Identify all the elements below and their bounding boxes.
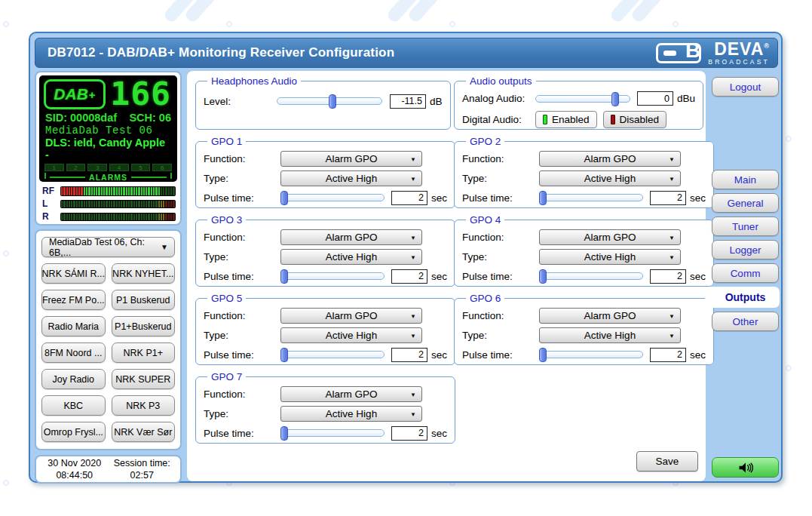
gpo-type-select[interactable]: Active High ▼ xyxy=(280,170,422,186)
chevron-down-icon: ▼ xyxy=(669,156,675,163)
alarm-indicator: 2 xyxy=(66,164,86,171)
chevron-down-icon: ▼ xyxy=(669,235,675,241)
gpo-pulse-time-slider-thumb[interactable] xyxy=(280,191,288,205)
gpo-function-select[interactable]: Alarm GPO ▼ xyxy=(539,151,681,167)
station-button[interactable]: Radio Maria xyxy=(41,316,106,336)
gpo-pulse-time-value[interactable] xyxy=(650,348,686,362)
headphones-level-value[interactable] xyxy=(390,94,426,109)
station-button[interactable]: NRK Vær Sør xyxy=(112,422,176,442)
analog-audio-slider-thumb[interactable] xyxy=(611,92,619,106)
listen-button[interactable] xyxy=(712,457,779,478)
station-button[interactable]: 8FM Noord ... xyxy=(41,342,106,363)
gpo-function-select[interactable]: Alarm GPO ▼ xyxy=(280,308,422,324)
gpo-pulse-time-slider[interactable] xyxy=(539,351,643,358)
station-button[interactable]: NRK SÁMI R... xyxy=(41,263,106,284)
digital-audio-disabled-button[interactable]: Disabled xyxy=(603,111,667,128)
headphones-level-slider-thumb[interactable] xyxy=(329,94,336,109)
station-button[interactable]: Joy Radio xyxy=(41,369,106,389)
gpo-pulse-time-value[interactable] xyxy=(650,269,686,284)
digital-audio-enabled-button[interactable]: Enabled xyxy=(535,111,597,128)
gpo-type-select[interactable]: Active High ▼ xyxy=(280,327,422,343)
station-button[interactable]: NRK NYHET... xyxy=(112,263,176,284)
rf-meter-label: RF xyxy=(42,186,60,196)
gpo-pulse-time-label: Pulse time: xyxy=(204,271,280,282)
gpo-pulse-time-value[interactable] xyxy=(391,348,427,362)
gpo-type-label: Type: xyxy=(204,330,280,341)
chevron-down-icon: ▼ xyxy=(410,313,416,320)
station-button[interactable]: Omrop Frysl... xyxy=(41,422,106,442)
gpo-function-select[interactable]: Alarm GPO ▼ xyxy=(280,229,422,245)
gpo-type-select[interactable]: Active High ▼ xyxy=(280,406,422,422)
sidebar-tab-other[interactable]: Other xyxy=(712,312,779,331)
station-button[interactable]: KBC xyxy=(41,395,106,416)
gpo-type-label: Type: xyxy=(462,251,539,263)
deva-logo: B DEVA® BROADCAST xyxy=(656,41,770,66)
gpo-pulse-time-label: Pulse time: xyxy=(204,428,280,439)
gpo-panel: GPO 2 Function: Alarm GPO ▼ Type: Active… xyxy=(454,136,714,208)
station-button[interactable]: Freez FM Po... xyxy=(41,290,106,310)
save-button[interactable]: Save xyxy=(636,451,698,471)
gpo-type-select[interactable]: Active High ▼ xyxy=(539,249,681,265)
alarms-label: ALARMS xyxy=(89,173,127,182)
left-meter-bar xyxy=(60,200,176,208)
gpo-pulse-time-slider[interactable] xyxy=(280,429,385,437)
sidebar-tab-main[interactable]: Main xyxy=(712,170,779,189)
gpo-pulse-time-slider-thumb[interactable] xyxy=(539,269,547,284)
alarm-indicator: 6 xyxy=(152,164,172,171)
gpo-pulse-time-value[interactable] xyxy=(391,269,427,284)
gpo-pulse-time-slider[interactable] xyxy=(280,194,385,201)
gpo-function-select[interactable]: Alarm GPO ▼ xyxy=(280,151,422,167)
gpo-pulse-time-unit: sec xyxy=(431,349,447,361)
sidebar-tab-logger[interactable]: Logger xyxy=(712,240,779,260)
logout-button[interactable]: Logout xyxy=(712,77,779,97)
station-button[interactable]: NRK P1+ xyxy=(112,342,176,363)
gpo-pulse-time-slider[interactable] xyxy=(539,272,643,280)
gpo-pulse-time-slider-thumb[interactable] xyxy=(539,191,547,205)
gpo-pulse-time-slider[interactable] xyxy=(280,272,385,280)
gpo-legend: GPO 3 xyxy=(207,214,246,226)
lcd-screen: DAB+ 166 SID: 00008daf SCH: 06 MediaDab … xyxy=(39,75,177,182)
station-button[interactable]: P1+Buskerud xyxy=(112,316,176,336)
gpo-function-select[interactable]: Alarm GPO ▼ xyxy=(280,386,422,402)
app-window: DB7012 - DAB/DAB+ Monitoring Receiver Co… xyxy=(29,32,783,483)
sidebar-tab-general[interactable]: General xyxy=(712,193,779,213)
gpo-function-select[interactable]: Alarm GPO ▼ xyxy=(539,308,681,324)
station-button[interactable]: NRK SUPER xyxy=(112,369,176,389)
gpo-panel: GPO 3 Function: Alarm GPO ▼ Type: Active… xyxy=(195,214,455,287)
gpo-pulse-time-slider[interactable] xyxy=(280,351,385,358)
gpo-pulse-time-slider-thumb[interactable] xyxy=(539,348,547,362)
gpo-pulse-time-slider-thumb[interactable] xyxy=(280,348,288,362)
headphones-level-slider[interactable] xyxy=(277,97,382,105)
right-meter-label: R xyxy=(42,211,60,222)
chevron-down-icon: ▼ xyxy=(410,156,416,163)
ensemble-select[interactable]: MediaDab Test 06, Ch: 6B,... ▼ xyxy=(41,237,175,257)
lcd-station-name: MediaDab Test 06 xyxy=(44,124,173,137)
gpo-type-label: Type: xyxy=(462,173,539,184)
gpo-function-label: Function: xyxy=(204,153,280,164)
gpo-panel: GPO 6 Function: Alarm GPO ▼ Type: Active… xyxy=(454,293,714,365)
gpo-pulse-time-slider-thumb[interactable] xyxy=(280,426,288,441)
sidebar-tab-tuner[interactable]: Tuner xyxy=(712,217,779,236)
gpo-type-select[interactable]: Active High ▼ xyxy=(280,249,422,265)
gpo-legend: GPO 5 xyxy=(207,293,246,304)
gpo-pulse-time-value[interactable] xyxy=(391,426,427,441)
gpo-pulse-time-value[interactable] xyxy=(650,191,686,205)
headphones-audio-legend: Headphones Audio xyxy=(207,75,301,87)
gpo-function-select[interactable]: Alarm GPO ▼ xyxy=(539,229,681,245)
station-button[interactable]: P1 Buskerud xyxy=(112,290,176,310)
headphones-level-unit: dB xyxy=(430,96,443,107)
sidebar-tab-comm[interactable]: Comm xyxy=(712,263,779,283)
analog-audio-value[interactable] xyxy=(637,91,673,106)
gpo-type-select[interactable]: Active High ▼ xyxy=(539,170,681,186)
gpo-pulse-time-slider[interactable] xyxy=(539,194,643,201)
gpo-type-label: Type: xyxy=(462,330,539,341)
analog-audio-slider[interactable] xyxy=(535,95,630,103)
dls-label: DLS: xyxy=(45,137,71,149)
gpo-pulse-time-value[interactable] xyxy=(391,191,427,205)
gpo-pulse-time-slider-thumb[interactable] xyxy=(280,269,288,284)
gpo-pulse-time-unit: sec xyxy=(431,192,447,204)
sidebar-tab-outputs[interactable]: Outputs xyxy=(705,287,780,308)
gpo-type-select[interactable]: Active High ▼ xyxy=(539,327,681,343)
gpo-legend: GPO 2 xyxy=(466,136,504,147)
station-button[interactable]: NRK P3 xyxy=(112,395,176,416)
